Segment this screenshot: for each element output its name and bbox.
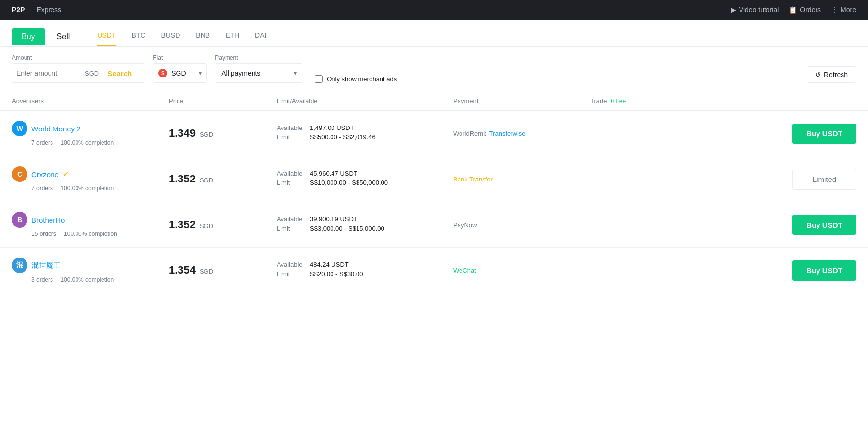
payment-dropdown-arrow: ▾	[294, 70, 297, 77]
price-value: 1.349	[169, 127, 196, 139]
bs-tabs-container: Buy Sell USDT BTC BUSD BNB ETH DAI	[12, 27, 856, 46]
orders-count: 3 orders	[31, 276, 53, 283]
limit-row: Limit S$20.00 - S$30.00	[277, 270, 453, 278]
table-row: C Crxzone ✔ 7 orders 100.00% completion …	[0, 156, 868, 202]
tab-eth[interactable]: ETH	[226, 27, 239, 46]
amount-input[interactable]	[16, 69, 85, 77]
orders-link[interactable]: 📋 Orders	[789, 6, 821, 14]
advertiser-name-row: C Crxzone ✔	[12, 166, 169, 182]
available-value: 1,497.00 USDT	[310, 124, 354, 131]
payment-select[interactable]: All payments ▾	[215, 63, 303, 83]
tab-usdt[interactable]: USDT	[97, 27, 116, 46]
advertiser-col: B BrotherHo 15 orders 100.00% completion	[12, 212, 169, 237]
amount-filter-group: Amount SGD Search	[12, 54, 145, 83]
limit-col: Available 45,960.47 USDT Limit S$10,000.…	[277, 170, 453, 188]
header-limit-available: Limit/Available	[277, 97, 453, 104]
limit-range: S$500.00 - S$2,019.46	[310, 133, 376, 141]
advertiser-name[interactable]: 混世魔王	[31, 261, 61, 270]
refresh-icon: ↺	[815, 71, 821, 78]
price-col: 1.349 SGD	[169, 127, 277, 140]
fiat-label: Fiat	[153, 54, 207, 61]
advertiser-stats: 7 orders 100.00% completion	[31, 185, 169, 192]
tab-busd[interactable]: BUSD	[161, 27, 180, 46]
limit-range: S$10,000.00 - S$50,000.00	[310, 179, 388, 186]
buy-usdt-button[interactable]: Buy USDT	[792, 124, 856, 144]
completion-rate: 100.00% completion	[60, 139, 114, 146]
advertiser-name[interactable]: Crxzone	[31, 170, 59, 179]
tab-dai[interactable]: DAI	[255, 27, 266, 46]
payment-label: Payment	[215, 54, 303, 61]
orders-label: Orders	[800, 6, 821, 14]
amount-input-wrap[interactable]: SGD Search	[12, 63, 145, 83]
header-payment: Payment	[453, 97, 590, 104]
buy-usdt-button[interactable]: Buy USDT	[792, 215, 856, 235]
limit-label: Limit	[277, 133, 306, 141]
merchant-ads-checkbox-label[interactable]: Only show merchant ads	[315, 75, 397, 83]
available-row: Available 39,900.19 USDT	[277, 215, 453, 223]
refresh-label: Refresh	[824, 71, 848, 78]
header-price: Price	[169, 97, 277, 104]
table-row: W World Money 2 7 orders 100.00% complet…	[0, 111, 868, 156]
payment-tag: Transferwise	[489, 130, 526, 137]
header-trade: Trade 0 Fee	[590, 97, 856, 104]
advertiser-name-row: W World Money 2	[12, 121, 169, 136]
nav-express[interactable]: Express	[36, 6, 61, 14]
fiat-currency-text: SGD	[171, 69, 195, 77]
available-label: Available	[277, 261, 306, 268]
price-currency: SGD	[200, 177, 213, 184]
more-label: More	[841, 6, 856, 14]
avatar: B	[12, 212, 27, 228]
buy-tab[interactable]: Buy	[12, 28, 45, 45]
fiat-dropdown-arrow: ▾	[199, 70, 202, 77]
limit-label: Limit	[277, 179, 306, 186]
tab-btc[interactable]: BTC	[131, 27, 145, 46]
more-icon: ⋮	[831, 6, 838, 14]
available-row: Available 1,497.00 USDT	[277, 124, 453, 131]
merchant-ads-checkbox[interactable]	[315, 75, 323, 83]
limit-row: Limit S$3,000.00 - S$15,000.00	[277, 225, 453, 232]
advertiser-name-row: B BrotherHo	[12, 212, 169, 228]
price-currency: SGD	[200, 131, 213, 138]
price-col: 1.352 SGD	[169, 218, 277, 231]
payment-tag: WorldRemit	[453, 130, 486, 137]
trade-col-cell: Buy USDT	[590, 215, 856, 235]
orders-count: 7 orders	[31, 139, 53, 146]
more-menu[interactable]: ⋮ More	[831, 6, 856, 14]
orders-count: 7 orders	[31, 185, 53, 192]
payment-tag: PayNow	[453, 221, 477, 229]
buy-usdt-button[interactable]: Buy USDT	[792, 260, 856, 281]
refresh-button[interactable]: ↺ Refresh	[807, 66, 856, 83]
price-col: 1.352 SGD	[169, 173, 277, 185]
advertiser-name[interactable]: BrotherHo	[31, 216, 65, 224]
payment-filter-group: Payment All payments ▾	[215, 54, 303, 83]
payment-col: WorldRemitTransferwise	[453, 130, 590, 137]
limit-range: S$20.00 - S$30.00	[310, 270, 363, 278]
nav-p2p[interactable]: P2P	[12, 6, 25, 14]
tab-bnb[interactable]: BNB	[196, 27, 210, 46]
fiat-select[interactable]: S SGD ▾	[153, 63, 207, 83]
price-value: 1.352	[169, 218, 196, 231]
video-tutorial-link[interactable]: ▶ Video tutorial	[731, 6, 779, 14]
completion-rate: 100.00% completion	[64, 231, 117, 237]
available-label: Available	[277, 170, 306, 177]
advertiser-stats: 3 orders 100.00% completion	[31, 276, 169, 283]
filter-row: Amount SGD Search Fiat S SGD ▾ Payment A…	[0, 47, 868, 91]
sell-tab[interactable]: Sell	[47, 28, 80, 45]
orders-icon: 📋	[789, 6, 797, 14]
available-row: Available 45,960.47 USDT	[277, 170, 453, 177]
fiat-filter-group: Fiat S SGD ▾	[153, 54, 207, 83]
available-label: Available	[277, 215, 306, 223]
advertiser-col: W World Money 2 7 orders 100.00% complet…	[12, 121, 169, 146]
completion-rate: 100.00% completion	[60, 276, 114, 283]
play-icon: ▶	[731, 6, 736, 14]
available-value: 484.24 USDT	[310, 261, 349, 268]
payment-tag: Bank Transfer	[453, 176, 493, 183]
search-button[interactable]: Search	[99, 64, 141, 82]
completion-rate: 100.00% completion	[60, 185, 114, 192]
table-row: 混 混世魔王 3 orders 100.00% completion 1.354…	[0, 248, 868, 293]
advertiser-name[interactable]: World Money 2	[31, 125, 81, 133]
zero-fee-badge: 0 Fee	[611, 98, 626, 104]
available-value: 45,960.47 USDT	[310, 170, 357, 177]
header-trade-label: Trade	[590, 97, 607, 104]
advertiser-name-row: 混 混世魔王	[12, 258, 169, 273]
